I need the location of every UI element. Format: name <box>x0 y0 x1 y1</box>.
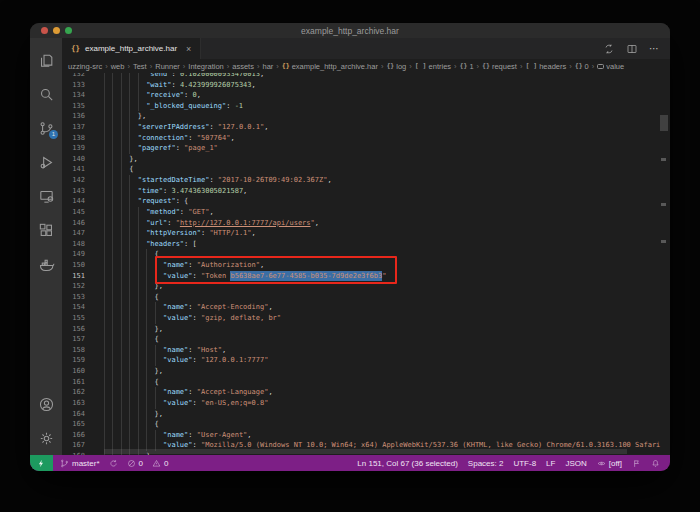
breadcrumb-item-log[interactable]: {}log <box>386 62 406 71</box>
close-window-button[interactable] <box>41 27 48 34</box>
breadcrumb-item-integration[interactable]: Integration <box>188 62 223 71</box>
zoom-window-button[interactable] <box>65 27 72 34</box>
breadcrumb-separator: › <box>520 62 523 71</box>
code-line[interactable]: 134"receive": 0, <box>62 90 670 101</box>
breadcrumb-item-test[interactable]: Test <box>133 62 147 71</box>
docker-icon[interactable] <box>30 247 62 281</box>
more-actions-icon[interactable]: ⋯ <box>649 43 660 54</box>
warnings-status[interactable]: 0 <box>152 459 168 468</box>
breadcrumb-item-entries[interactable]: [ ]entries <box>415 62 451 71</box>
code-line[interactable]: 165{ <box>62 419 670 430</box>
code-line[interactable]: 156}, <box>62 324 670 335</box>
explorer-icon[interactable] <box>30 43 62 77</box>
code-line[interactable]: 136}, <box>62 111 670 122</box>
settings-gear-icon[interactable] <box>30 421 62 455</box>
breadcrumb-item-example-http-archive-har[interactable]: {}example_http_archive.har <box>282 62 378 71</box>
open-changes-icon[interactable] <box>603 43 615 55</box>
breadcrumb-item-web[interactable]: web <box>111 62 125 71</box>
split-editor-icon[interactable] <box>626 43 638 55</box>
flag-icon <box>632 459 641 468</box>
code-line[interactable]: 154"name": "Accept-Encoding", <box>62 302 670 313</box>
code-line[interactable]: 153{ <box>62 292 670 303</box>
code-line[interactable]: 144"request": { <box>62 196 670 207</box>
line-number: 133 <box>62 80 85 91</box>
code-line[interactable]: 150"name": "Authorization", <box>62 260 670 271</box>
encoding-setting[interactable]: UTF-8 <box>513 459 536 468</box>
accounts-icon[interactable] <box>30 387 62 421</box>
eol-setting[interactable]: LF <box>546 459 555 468</box>
errors-count: 0 <box>139 459 143 468</box>
line-number: 148 <box>62 239 85 250</box>
breadcrumb-item-1[interactable]: {}1 <box>460 62 474 71</box>
vertical-scrollbar[interactable] <box>660 115 668 131</box>
screencast-status[interactable]: [off] <box>597 459 622 468</box>
breadcrumb-label: log <box>396 62 406 71</box>
window-title: example_http_archive.har <box>301 26 399 36</box>
source-control-icon[interactable]: 1 <box>30 111 62 145</box>
breadcrumb-item-runner[interactable]: Runner <box>155 62 180 71</box>
code-line[interactable]: 147"httpVersion": "HTTP/1.1", <box>62 228 670 239</box>
breadcrumb-item-har[interactable]: har <box>262 62 273 71</box>
code-line[interactable]: 137"serverIPAddress": "127.0.0.1", <box>62 122 670 133</box>
vscode-window: example_http_archive.har 1 <box>30 23 670 471</box>
breadcrumb-item-request[interactable]: {}request <box>482 62 517 71</box>
indent-guides <box>104 218 146 229</box>
tab-example-http-archive[interactable]: {} example_http_archive.har × <box>62 38 201 59</box>
minimize-window-button[interactable] <box>53 27 60 34</box>
code-line[interactable]: 158"name": "Host", <box>62 345 670 356</box>
remote-explorer-icon[interactable] <box>30 179 62 213</box>
code-line[interactable]: 160}, <box>62 366 670 377</box>
code-line[interactable]: 148"headers": [ <box>62 239 670 250</box>
errors-status[interactable]: 0 <box>127 459 143 468</box>
sync-status[interactable] <box>109 459 118 468</box>
code-line[interactable]: 132"send": 0.10200000933470013, <box>62 73 670 80</box>
line-number: 161 <box>62 377 85 388</box>
code-line[interactable]: 143"time": 3.474363005021587, <box>62 186 670 197</box>
cursor-position[interactable]: Ln 151, Col 67 (36 selected) <box>357 459 458 468</box>
feedback-status[interactable] <box>632 459 641 468</box>
code-line[interactable]: 141{ <box>62 164 670 175</box>
indentation-setting[interactable]: Spaces: 2 <box>468 459 504 468</box>
indent-guides <box>104 249 155 260</box>
code-line[interactable]: 155"value": "gzip, deflate, br" <box>62 313 670 324</box>
code-line[interactable]: 149{ <box>62 249 670 260</box>
code-line[interactable]: 159"value": "127.0.0.1:7777" <box>62 355 670 366</box>
code-line[interactable]: 163"value": "en-US,en;q=0.8" <box>62 398 670 409</box>
code-line[interactable]: 164}, <box>62 409 670 420</box>
horizontal-scrollbar[interactable] <box>104 449 627 454</box>
code-line[interactable]: 146"url": "http://127.0.0.1:7777/api/use… <box>62 218 670 229</box>
git-branch-status[interactable]: master* <box>60 459 100 468</box>
remote-indicator[interactable] <box>30 455 53 471</box>
run-debug-icon[interactable] <box>30 145 62 179</box>
code-line[interactable]: 157{ <box>62 334 670 345</box>
tab-close-icon[interactable]: × <box>186 44 191 54</box>
code-line[interactable]: 133"wait": 4.423999926075343, <box>62 80 670 91</box>
breadcrumb-item-0[interactable]: {}0 <box>575 62 589 71</box>
code-line[interactable]: 138"connection": "507764", <box>62 133 670 144</box>
code-line[interactable]: 139"pageref": "page_1" <box>62 143 670 154</box>
breadcrumb-item-headers[interactable]: [ ]headers <box>525 62 566 71</box>
breadcrumb-label: assets <box>232 62 254 71</box>
indent-guides <box>104 302 163 313</box>
code-line[interactable]: 151"value": "Token b5638ae7-6e77-4585-b0… <box>62 271 670 282</box>
object-symbol-icon: {} <box>575 62 583 70</box>
language-mode[interactable]: JSON <box>565 459 586 468</box>
extensions-icon[interactable] <box>30 213 62 247</box>
notifications-status[interactable] <box>651 459 660 468</box>
line-number: 132 <box>62 73 85 80</box>
breadcrumb-item-assets[interactable]: assets <box>232 62 254 71</box>
indent-guides <box>104 133 138 144</box>
search-icon[interactable] <box>30 77 62 111</box>
breadcrumb-item-value[interactable]: value <box>597 62 624 71</box>
code-line[interactable]: 142"startedDateTime": "2017-10-26T09:49:… <box>62 175 670 186</box>
code-line[interactable]: 166"name": "User-Agent", <box>62 430 670 441</box>
indent-guides <box>104 324 155 335</box>
code-line[interactable]: 162"name": "Accept-Language", <box>62 387 670 398</box>
breadcrumb-item-uzzing-src[interactable]: uzzing-src <box>68 62 102 71</box>
line-number: 152 <box>62 281 85 292</box>
code-line[interactable]: 135"_blocked_queueing": -1 <box>62 101 670 112</box>
code-line[interactable]: 140}, <box>62 154 670 165</box>
code-line[interactable]: 161{ <box>62 377 670 388</box>
code-line[interactable]: 145"method": "GET", <box>62 207 670 218</box>
code-line[interactable]: 152}, <box>62 281 670 292</box>
